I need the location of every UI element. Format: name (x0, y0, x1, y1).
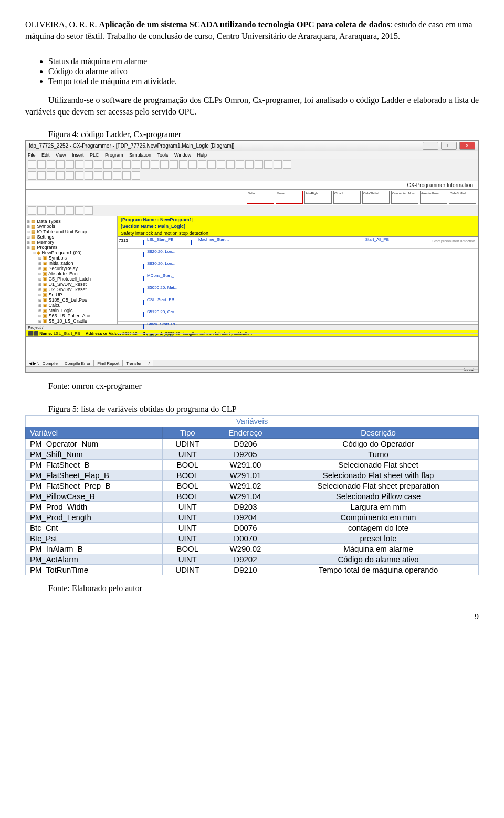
toolbar-icon[interactable] (75, 160, 83, 169)
infobar: CX-Programmer Information (26, 181, 478, 190)
ladder-rung[interactable]: MCons_Start_ (118, 273, 478, 285)
toolbar-icon[interactable] (103, 171, 112, 180)
cell-address: W291.04 (213, 491, 278, 502)
minimize-button[interactable]: _ (423, 142, 438, 150)
output-tab[interactable]: Compile (39, 360, 61, 366)
toolbar-icon[interactable] (113, 171, 121, 180)
output-tab[interactable]: Compile Error (61, 360, 94, 366)
contact-icon (140, 312, 144, 317)
ladder-rung[interactable]: S820.20, Lon... (118, 249, 478, 261)
toolbar-icon[interactable] (264, 160, 272, 169)
toolbar-icon[interactable] (47, 206, 55, 215)
toolbar-icon[interactable] (198, 160, 206, 169)
cell-type: BOOL (162, 544, 213, 554)
tree-item: ▣ SetUP (38, 292, 116, 297)
close-button[interactable]: × (459, 142, 475, 150)
toolbar-icon[interactable] (94, 160, 102, 169)
section-icon: ▣ (43, 318, 47, 324)
toolbar-icon[interactable] (236, 160, 244, 169)
toolbar-icon[interactable] (179, 160, 187, 169)
ladder-rung[interactable]: S5120.20, Cro... (118, 309, 478, 322)
menu-item[interactable]: Help (197, 152, 207, 158)
info-box: Ctrl+Shift+I (362, 191, 390, 204)
info-boxes: Select Move Alt+Right Ctrl+J Ctrl+Shift+… (26, 190, 478, 205)
toolbar-icon[interactable] (113, 160, 121, 169)
toolbar-icon[interactable] (47, 160, 55, 169)
window-title: fdp_77725_2252 - CX-Programmer - [FDP_77… (29, 143, 234, 149)
toolbar-icon[interactable] (56, 206, 65, 215)
toolbar-icon[interactable] (94, 171, 102, 180)
output-tab[interactable]: Transfer (123, 360, 145, 366)
toolbar-icon[interactable] (226, 160, 235, 169)
ladder-rung[interactable]: S830.20, Lon... (118, 261, 478, 273)
toolbar-icon[interactable] (66, 206, 74, 215)
menu-item[interactable]: PLC (90, 152, 99, 158)
toolbar-icon[interactable] (103, 160, 112, 169)
toolbar-icon[interactable] (37, 160, 46, 169)
ladder-rung[interactable]: S5050.20, Mai... (118, 285, 478, 297)
toolbar-icon[interactable] (255, 160, 263, 169)
toolbar-icon[interactable] (122, 171, 131, 180)
toolbar-icon[interactable] (151, 160, 159, 169)
toolbar-icon[interactable] (85, 206, 93, 215)
toolbar-icon[interactable] (170, 160, 178, 169)
ladder-rung[interactable]: 7313LSL_Start_PBMachine_Start...Start_Al… (118, 237, 478, 249)
bullet-list: Status da máquina em alarme Código do al… (48, 57, 479, 86)
cell-address: D9210 (213, 565, 278, 575)
toolbar-icon[interactable] (160, 160, 169, 169)
toolbar-icon[interactable] (141, 160, 150, 169)
menu-item[interactable]: Simulation (129, 152, 151, 158)
toolbar-icon[interactable] (28, 160, 36, 169)
menu-item[interactable]: File (28, 152, 36, 158)
maximize-button[interactable]: □ (441, 142, 457, 150)
menu-item[interactable]: Tools (157, 152, 168, 158)
cell-description: Selecionado Pillow case (278, 491, 479, 502)
toolbar-icon[interactable] (85, 171, 93, 180)
cell-variable: PM_InAlarm_B (26, 544, 163, 554)
toolbar-icon[interactable] (132, 160, 140, 169)
tree-item: ▣ Main_Logic (38, 308, 116, 313)
ladder-rung[interactable]: CSL_Start_PB (118, 297, 478, 309)
cell-type: UINT (162, 533, 213, 544)
cell-type: BOOL (162, 460, 213, 470)
ladder-rung[interactable]: Stack_Start_PB (118, 322, 478, 334)
toolbar-icon[interactable] (56, 160, 65, 169)
table-row: PM_TotRunTimeUDINTD9210Tempo total de má… (26, 565, 479, 575)
toolbar-icon[interactable] (245, 160, 254, 169)
toolbar-icon[interactable] (66, 171, 74, 180)
toolbar-icon[interactable] (274, 160, 282, 169)
table-row: PM_Operator_NumUDINTD9206Código do Opera… (26, 439, 479, 449)
cell-description: Selecionado Flat sheet preparation (278, 481, 479, 491)
menu-item[interactable]: Edit (41, 152, 50, 158)
toolbar-icon[interactable] (28, 206, 36, 215)
toolbar-icon[interactable] (66, 160, 74, 169)
toolbar-icon[interactable] (75, 171, 83, 180)
toolbar-icon[interactable] (217, 160, 225, 169)
toolbar-icon[interactable] (37, 171, 46, 180)
toolbar-icon[interactable] (56, 171, 65, 180)
toolbar-icon[interactable] (75, 206, 83, 215)
toolbar-icon[interactable] (85, 160, 93, 169)
infobar-title: CX-Programmer Information (404, 182, 476, 189)
toolbar-icon[interactable] (283, 160, 291, 169)
toolbar-icon[interactable] (122, 160, 131, 169)
cell-address: D9206 (213, 439, 278, 449)
menu-bar: File Edit View Insert PLC Program Simula… (26, 151, 478, 159)
ide-body: ▦ Data Types ▦ Symbols ▦ IO Table and Un… (26, 216, 478, 325)
cell-description: Tempo total de máquina operando (278, 565, 479, 575)
toolbar-icon[interactable] (132, 171, 140, 180)
menu-item[interactable]: Program (105, 152, 123, 158)
toolbar-icon[interactable] (47, 171, 55, 180)
menu-item[interactable]: View (56, 152, 66, 158)
project-tree[interactable]: ▦ Data Types ▦ Symbols ▦ IO Table and Un… (26, 216, 118, 324)
toolbar-icon[interactable] (37, 206, 46, 215)
output-tab[interactable]: Find Report (94, 360, 123, 366)
menu-item[interactable]: Window (174, 152, 191, 158)
table-row: PM_FlatSheet_Prep_BBOOLW291.02Selecionad… (26, 481, 479, 491)
menu-item[interactable]: Insert (72, 152, 84, 158)
col-header-description: Descrição (278, 427, 479, 439)
toolbar-icon[interactable] (28, 171, 36, 180)
toolbar-icon[interactable] (188, 160, 197, 169)
ladder-diagram[interactable]: [Program Name : NewProgram1] [Section Na… (118, 216, 478, 324)
toolbar-icon[interactable] (207, 160, 216, 169)
